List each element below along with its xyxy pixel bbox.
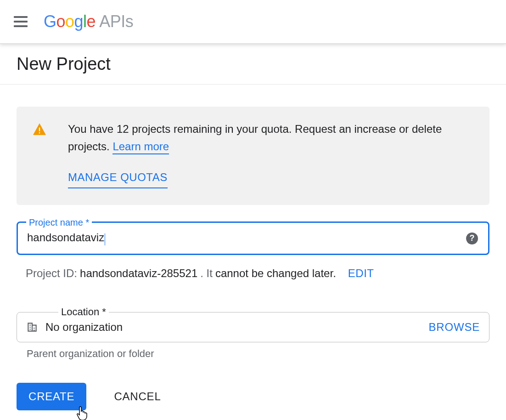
- manage-quotas-link[interactable]: MANAGE QUOTAS: [68, 169, 168, 188]
- cancel-button[interactable]: CANCEL: [114, 390, 161, 403]
- svg-rect-1: [39, 132, 40, 133]
- page-title: New Project: [17, 54, 489, 74]
- google-logo-text: Google: [44, 12, 96, 31]
- top-app-bar: Google APIs: [0, 0, 506, 44]
- menu-icon[interactable]: [14, 16, 28, 27]
- project-id-row: Project ID: handsondataviz-285521. It ca…: [17, 267, 489, 280]
- quota-alert: You have 12 projects remaining in your q…: [17, 107, 489, 205]
- project-id-mid: . It: [200, 267, 213, 280]
- help-icon[interactable]: ?: [466, 233, 478, 244]
- location-helper: Parent organization or folder: [17, 348, 489, 360]
- project-id-value: handsondataviz-285521: [80, 267, 197, 280]
- location-value: No organization: [45, 321, 123, 334]
- svg-rect-0: [39, 128, 40, 131]
- location-value-wrap: No organization: [26, 321, 123, 334]
- project-id-prefix: Project ID:: [26, 267, 77, 280]
- project-name-value: handsondataviz: [27, 231, 104, 244]
- location-label: Location *: [58, 306, 109, 318]
- project-name-label: Project name *: [26, 217, 92, 228]
- page-title-bar: New Project: [0, 44, 506, 85]
- project-name-field[interactable]: Project name * handsondataviz ?: [17, 221, 489, 255]
- create-button[interactable]: CREATE: [17, 383, 86, 410]
- alert-body: You have 12 projects remaining in your q…: [68, 120, 473, 188]
- text-caret: [105, 233, 105, 245]
- project-id-cannot: cannot be changed later.: [215, 267, 336, 280]
- content-area: You have 12 projects remaining in your q…: [0, 85, 506, 420]
- edit-project-id-link[interactable]: EDIT: [348, 267, 374, 280]
- action-row: CREATE CANCEL: [17, 383, 489, 410]
- organization-icon: [26, 321, 38, 333]
- warning-icon: [33, 123, 46, 138]
- browse-button[interactable]: BROWSE: [429, 321, 480, 334]
- google-apis-logo[interactable]: Google APIs: [44, 12, 133, 31]
- learn-more-link[interactable]: Learn more: [112, 140, 169, 154]
- location-field[interactable]: Location * No organization BROWSE: [17, 312, 489, 342]
- apis-label: APIs: [99, 12, 133, 31]
